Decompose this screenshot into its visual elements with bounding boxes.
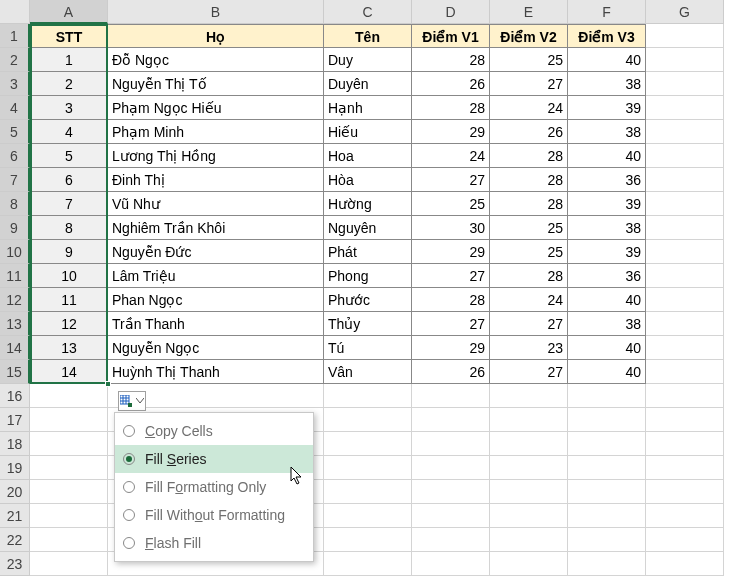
ho-cell[interactable]: Nguyễn Đức bbox=[108, 240, 324, 264]
column-header[interactable]: C bbox=[324, 0, 412, 24]
empty-cell[interactable] bbox=[324, 480, 412, 504]
v1-cell[interactable]: 29 bbox=[412, 120, 490, 144]
v1-cell[interactable]: 30 bbox=[412, 216, 490, 240]
empty-cell[interactable] bbox=[30, 480, 108, 504]
ho-cell[interactable]: Đinh Thị bbox=[108, 168, 324, 192]
row-header[interactable]: 11 bbox=[0, 264, 30, 288]
spreadsheet-grid[interactable]: ABCDEFG1STTHọTênĐiểm V1Điểm V2Điểm V321Đ… bbox=[0, 0, 735, 576]
row-header[interactable]: 18 bbox=[0, 432, 30, 456]
row-header[interactable]: 14 bbox=[0, 336, 30, 360]
column-header[interactable]: E bbox=[490, 0, 568, 24]
ho-cell[interactable]: Nguyễn Ngọc bbox=[108, 336, 324, 360]
empty-cell[interactable] bbox=[646, 552, 724, 576]
ten-cell[interactable]: Thủy bbox=[324, 312, 412, 336]
table-header-cell[interactable]: Tên bbox=[324, 24, 412, 48]
row-header[interactable]: 7 bbox=[0, 168, 30, 192]
stt-cell[interactable]: 7 bbox=[30, 192, 108, 216]
v2-cell[interactable]: 25 bbox=[490, 216, 568, 240]
v2-cell[interactable]: 27 bbox=[490, 312, 568, 336]
v1-cell[interactable]: 27 bbox=[412, 264, 490, 288]
ten-cell[interactable]: Nguyên bbox=[324, 216, 412, 240]
ten-cell[interactable]: Hiếu bbox=[324, 120, 412, 144]
empty-cell[interactable] bbox=[568, 408, 646, 432]
ten-cell[interactable]: Phát bbox=[324, 240, 412, 264]
ho-cell[interactable]: Phan Ngọc bbox=[108, 288, 324, 312]
menu-fill-formatting-only[interactable]: Fill Formatting Only bbox=[115, 473, 313, 501]
v1-cell[interactable]: 28 bbox=[412, 96, 490, 120]
v1-cell[interactable]: 28 bbox=[412, 48, 490, 72]
empty-cell[interactable] bbox=[646, 528, 724, 552]
empty-cell[interactable] bbox=[30, 384, 108, 408]
v2-cell[interactable]: 28 bbox=[490, 144, 568, 168]
v3-cell[interactable]: 40 bbox=[568, 360, 646, 384]
v2-cell[interactable]: 28 bbox=[490, 168, 568, 192]
autofill-options-button[interactable] bbox=[118, 391, 146, 411]
empty-cell[interactable] bbox=[646, 24, 724, 48]
row-header[interactable]: 16 bbox=[0, 384, 30, 408]
stt-cell[interactable]: 3 bbox=[30, 96, 108, 120]
empty-cell[interactable] bbox=[568, 432, 646, 456]
stt-cell[interactable]: 2 bbox=[30, 72, 108, 96]
row-header[interactable]: 2 bbox=[0, 48, 30, 72]
row-header[interactable]: 5 bbox=[0, 120, 30, 144]
empty-cell[interactable] bbox=[568, 384, 646, 408]
empty-cell[interactable] bbox=[412, 408, 490, 432]
empty-cell[interactable] bbox=[646, 96, 724, 120]
empty-cell[interactable] bbox=[646, 480, 724, 504]
column-header[interactable]: B bbox=[108, 0, 324, 24]
empty-cell[interactable] bbox=[646, 72, 724, 96]
row-header[interactable]: 17 bbox=[0, 408, 30, 432]
empty-cell[interactable] bbox=[30, 552, 108, 576]
v3-cell[interactable]: 40 bbox=[568, 144, 646, 168]
empty-cell[interactable] bbox=[30, 528, 108, 552]
v3-cell[interactable]: 38 bbox=[568, 72, 646, 96]
empty-cell[interactable] bbox=[490, 480, 568, 504]
v2-cell[interactable]: 24 bbox=[490, 288, 568, 312]
menu-flash-fill[interactable]: Flash Fill bbox=[115, 529, 313, 557]
row-header[interactable]: 13 bbox=[0, 312, 30, 336]
stt-cell[interactable]: 9 bbox=[30, 240, 108, 264]
ten-cell[interactable]: Hoa bbox=[324, 144, 412, 168]
empty-cell[interactable] bbox=[30, 432, 108, 456]
v2-cell[interactable]: 25 bbox=[490, 48, 568, 72]
empty-cell[interactable] bbox=[646, 360, 724, 384]
empty-cell[interactable] bbox=[568, 504, 646, 528]
empty-cell[interactable] bbox=[324, 528, 412, 552]
row-header[interactable]: 1 bbox=[0, 24, 30, 48]
v3-cell[interactable]: 36 bbox=[568, 264, 646, 288]
ho-cell[interactable]: Lương Thị Hồng bbox=[108, 144, 324, 168]
ho-cell[interactable]: Phạm Ngọc Hiếu bbox=[108, 96, 324, 120]
v3-cell[interactable]: 39 bbox=[568, 240, 646, 264]
row-header[interactable]: 9 bbox=[0, 216, 30, 240]
table-header-cell[interactable]: Điểm V2 bbox=[490, 24, 568, 48]
ho-cell[interactable]: Lâm Triệu bbox=[108, 264, 324, 288]
empty-cell[interactable] bbox=[412, 504, 490, 528]
v1-cell[interactable]: 28 bbox=[412, 288, 490, 312]
v2-cell[interactable]: 24 bbox=[490, 96, 568, 120]
empty-cell[interactable] bbox=[646, 504, 724, 528]
empty-cell[interactable] bbox=[646, 48, 724, 72]
row-header[interactable]: 19 bbox=[0, 456, 30, 480]
ten-cell[interactable]: Phước bbox=[324, 288, 412, 312]
empty-cell[interactable] bbox=[646, 312, 724, 336]
ho-cell[interactable]: Đỗ Ngọc bbox=[108, 48, 324, 72]
stt-cell[interactable]: 6 bbox=[30, 168, 108, 192]
menu-fill-series[interactable]: Fill Series bbox=[115, 445, 313, 473]
stt-cell[interactable]: 1 bbox=[30, 48, 108, 72]
v2-cell[interactable]: 23 bbox=[490, 336, 568, 360]
empty-cell[interactable] bbox=[490, 384, 568, 408]
ho-cell[interactable]: Nghiêm Trần Khôi bbox=[108, 216, 324, 240]
ten-cell[interactable]: Hòa bbox=[324, 168, 412, 192]
ten-cell[interactable]: Hường bbox=[324, 192, 412, 216]
v3-cell[interactable]: 40 bbox=[568, 336, 646, 360]
empty-cell[interactable] bbox=[324, 552, 412, 576]
empty-cell[interactable] bbox=[568, 456, 646, 480]
ho-cell[interactable]: Nguyễn Thị Tố bbox=[108, 72, 324, 96]
v1-cell[interactable]: 24 bbox=[412, 144, 490, 168]
ten-cell[interactable]: Hạnh bbox=[324, 96, 412, 120]
empty-cell[interactable] bbox=[646, 216, 724, 240]
table-header-cell[interactable]: STT bbox=[30, 24, 108, 48]
empty-cell[interactable] bbox=[490, 504, 568, 528]
v2-cell[interactable]: 28 bbox=[490, 264, 568, 288]
v3-cell[interactable]: 36 bbox=[568, 168, 646, 192]
